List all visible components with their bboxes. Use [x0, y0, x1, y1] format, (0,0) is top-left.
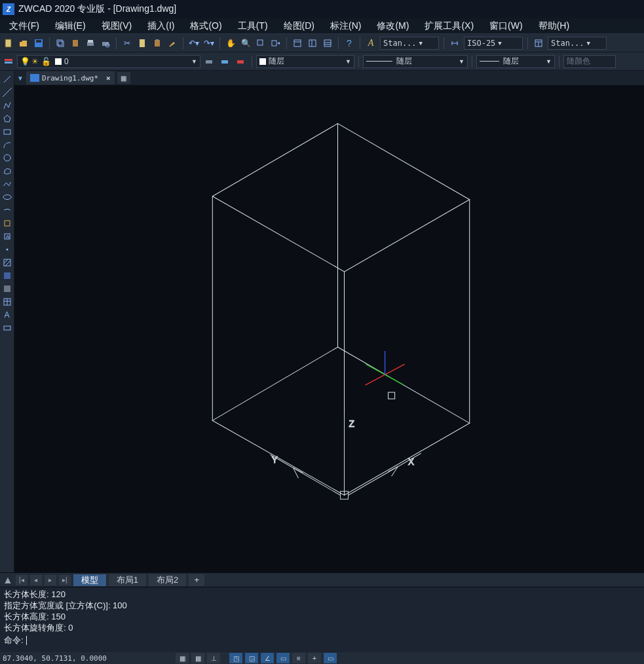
dim-style-icon[interactable]	[447, 37, 462, 50]
drawing-canvas[interactable]: ▼ Drawing1.dwg* × ▦	[14, 71, 644, 572]
menu-extended-tools[interactable]: 扩展工具(X)	[417, 19, 482, 33]
tab-first-icon[interactable]: |◂	[16, 575, 28, 585]
help-icon[interactable]: ?	[342, 37, 356, 50]
mtext-tool-icon[interactable]: A	[1, 309, 13, 321]
text-style-icon[interactable]: A	[364, 37, 378, 50]
menu-window[interactable]: 窗口(W)	[482, 19, 531, 33]
layout-tab-model[interactable]: 模型	[73, 574, 106, 586]
layer-state-icon[interactable]	[218, 55, 232, 68]
add-layout-button[interactable]: +	[189, 574, 204, 586]
open-file-icon[interactable]	[16, 37, 31, 50]
cmd-input-row[interactable]: 命令:	[4, 635, 640, 646]
print-icon[interactable]	[83, 37, 98, 50]
menu-file[interactable]: 文件(F)	[1, 19, 47, 33]
table-style-dropdown[interactable]: Stan...▼	[548, 37, 607, 50]
tab-scroll-up-icon[interactable]: ▲	[3, 574, 13, 586]
make-block-tool-icon[interactable]: A	[1, 231, 13, 242]
plotstyle-dropdown[interactable]: 随颜色	[563, 55, 616, 68]
linetype-dropdown[interactable]: 随层 ▼	[363, 55, 468, 68]
construction-line-tool-icon[interactable]	[1, 86, 13, 98]
osnap-toggle[interactable]: ◲	[245, 653, 258, 663]
table-style-value: Stan...	[551, 39, 584, 48]
layer-iso-icon[interactable]	[233, 55, 248, 68]
match-prop-icon[interactable]	[165, 37, 180, 50]
polygon-tool-icon[interactable]	[1, 113, 13, 124]
spline-tool-icon[interactable]	[1, 178, 13, 190]
menu-tools[interactable]: 工具(T)	[230, 19, 276, 33]
close-tab-icon[interactable]: ×	[106, 74, 111, 83]
dim-style-value: ISO-25	[467, 39, 495, 48]
design-center-icon[interactable]	[305, 37, 320, 50]
copy-icon[interactable]	[53, 37, 67, 50]
region-tool-icon[interactable]	[1, 283, 13, 295]
text-style-dropdown[interactable]: Stan...▼	[380, 37, 439, 50]
arc-tool-icon[interactable]	[1, 139, 13, 151]
menu-draw[interactable]: 绘图(D)	[276, 19, 322, 33]
properties-icon[interactable]	[290, 37, 305, 50]
paste-clipboard-icon[interactable]	[150, 37, 164, 50]
separator	[286, 37, 287, 49]
pan-icon[interactable]: ✋	[223, 37, 238, 50]
print-preview-icon[interactable]	[98, 37, 113, 50]
menu-format[interactable]: 格式(O)	[182, 19, 229, 33]
tab-prev-icon[interactable]: ◂	[30, 575, 42, 585]
insert-block-tool-icon[interactable]	[1, 217, 13, 229]
menu-edit[interactable]: 编辑(E)	[47, 19, 94, 33]
dim-style-dropdown[interactable]: ISO-25▼	[464, 37, 523, 50]
menu-modify[interactable]: 修改(M)	[369, 19, 417, 33]
layer-previous-icon[interactable]	[202, 55, 216, 68]
layer-name: 0	[64, 57, 69, 66]
zoom-realtime-icon[interactable]: 🔍	[238, 37, 253, 50]
tab-last-icon[interactable]: ▸|	[59, 575, 71, 585]
layer-dropdown[interactable]: 💡 ☀ 🔓 0 ▼	[17, 55, 200, 68]
color-dropdown[interactable]: 随层 ▼	[256, 55, 354, 68]
ortho-toggle[interactable]: ⊥	[207, 653, 220, 663]
tool-palette-icon[interactable]	[320, 37, 335, 50]
new-file-icon[interactable]	[1, 37, 16, 50]
snap-toggle[interactable]: ▦	[176, 653, 189, 663]
otrack-toggle[interactable]: ∠	[261, 653, 274, 663]
zoom-window-icon[interactable]	[254, 37, 268, 50]
grid-toggle[interactable]: ▦	[191, 653, 204, 663]
copy-clipboard-icon[interactable]	[135, 37, 149, 50]
menu-view[interactable]: 视图(V)	[94, 19, 140, 33]
ellipse-arc-tool-icon[interactable]	[1, 204, 13, 216]
polar-toggle[interactable]: ◳	[229, 653, 242, 663]
table-tool-icon[interactable]	[1, 296, 13, 308]
coordinate-readout[interactable]: 87.3040, 50.7131, 0.0000	[3, 654, 173, 663]
hatch-tool-icon[interactable]	[1, 257, 13, 268]
tab-next-icon[interactable]: ▸	[45, 575, 56, 585]
menu-dimension[interactable]: 标注(N)	[322, 19, 369, 33]
command-window[interactable]: 长方体长度: 120 指定方体宽度或 [立方体(C)]: 100 长方体高度: …	[0, 587, 644, 652]
dyn-toggle[interactable]: ▭	[276, 653, 290, 663]
save-icon[interactable]	[31, 37, 46, 50]
zoom-previous-icon[interactable]	[269, 37, 283, 50]
cycling-toggle[interactable]: +	[308, 653, 321, 663]
new-tab-button[interactable]: ▦	[117, 72, 130, 84]
revcloud-tool-icon[interactable]	[1, 165, 13, 177]
extra-tool-icon[interactable]	[1, 322, 13, 334]
table-style-icon[interactable]	[531, 37, 546, 50]
undo-icon[interactable]: ↶▾	[187, 37, 201, 50]
redo-icon[interactable]: ↷▾	[202, 37, 216, 50]
lineweight-dropdown[interactable]: 随层 ▼	[476, 55, 555, 68]
lwt-toggle[interactable]: ≡	[292, 653, 305, 663]
layout-tab-1[interactable]: 布局1	[109, 574, 146, 586]
tab-menu-icon[interactable]: ▼	[17, 75, 24, 82]
cut-icon[interactable]: ✂	[120, 37, 134, 50]
ellipse-tool-icon[interactable]	[1, 191, 13, 203]
layout-tab-2[interactable]: 布局2	[149, 574, 186, 586]
layer-properties-icon[interactable]	[1, 55, 16, 68]
menu-help[interactable]: 帮助(H)	[531, 19, 577, 33]
rectangle-tool-icon[interactable]	[1, 126, 13, 138]
polyline-tool-icon[interactable]	[1, 100, 13, 111]
line-tool-icon[interactable]	[1, 73, 13, 85]
svg-rect-7	[88, 40, 93, 43]
point-tool-icon[interactable]	[1, 244, 13, 255]
menu-insert[interactable]: 插入(I)	[140, 19, 182, 33]
gradient-tool-icon[interactable]	[1, 270, 13, 282]
model-toggle[interactable]: ▭	[324, 653, 337, 663]
circle-tool-icon[interactable]	[1, 152, 13, 164]
document-tab[interactable]: Drawing1.dwg* ×	[26, 71, 115, 84]
paste-icon[interactable]	[68, 37, 83, 50]
